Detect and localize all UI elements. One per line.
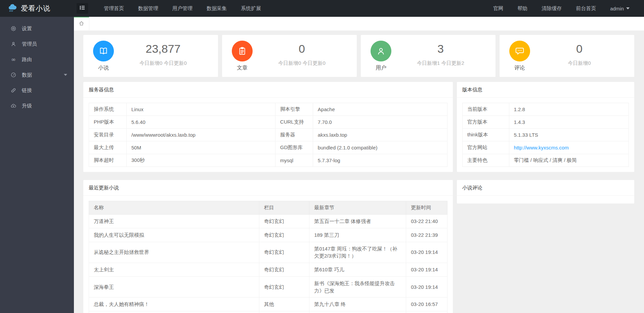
novel-category: 其他 <box>259 298 309 311</box>
table-row[interactable]: 我的人生可以无限模拟 奇幻玄幻 189 第三刀 03-22 21:39 <box>89 228 447 242</box>
stat-card-right: 0 今日新增0 今日更新0 <box>254 41 349 74</box>
novel-update-time: 03-20 16:57 <box>406 298 447 311</box>
table-row: 官方版本 1.4.3 <box>463 116 629 129</box>
nav-item-official-site[interactable]: 官网 <box>486 0 510 17</box>
table-row[interactable]: 成为男团制作人我爆红 其他 第735章 终2 03-20 16:57 <box>89 311 447 313</box>
table-row[interactable]: 总裁，夫人她有精神病！ 其他 第九十八章 终 03-20 16:57 <box>89 298 447 311</box>
info-value: /www/wwwroot/akxs.laxb.top <box>127 129 275 141</box>
sidebar-item-links[interactable]: 链接 <box>0 83 74 98</box>
sidebar-item-settings[interactable]: 设置 <box>0 21 74 36</box>
info-label: PHP版本 <box>89 116 127 129</box>
panel-title: 小说评论 <box>457 180 634 196</box>
server-info-table: 操作系统 Linux 脚本引擎 Apache PHP版本 5.6.40 CURL… <box>89 103 447 167</box>
recent-novels-panel: 最近更新小说 名称 栏目 最新章节 更新时间 <box>83 180 453 313</box>
nav-item-extend[interactable]: 系统扩展 <box>234 0 268 17</box>
official-website-link[interactable]: http://www.kyxscms.com <box>514 145 569 150</box>
table-row: 最大上传 50M GD图形库 bundled (2.1.0 compatible… <box>89 141 447 154</box>
clipboard-icon <box>232 41 253 61</box>
novel-name: 从诡秘之主开始拯救世界 <box>89 242 259 263</box>
info-label: mysql <box>275 154 313 167</box>
stat-card-value: 3 <box>437 42 444 56</box>
novel-name: 太上剑主 <box>89 263 259 277</box>
version-info-panel: 版本信息 当前版本 1.2.8 官方版本 <box>457 82 634 172</box>
username: admin <box>610 6 624 11</box>
stat-card-users[interactable]: 用户 3 今日新增1 今日更新2 <box>361 35 496 77</box>
stat-card-left: 文章 <box>230 41 254 74</box>
table-row: PHP版本 5.6.40 CURL支持 7.70.0 <box>89 116 447 129</box>
panel-title: 版本信息 <box>457 82 634 98</box>
tab-home[interactable] <box>74 17 89 31</box>
info-value: 零门槛 / 响应式 / 清爽 / 极简 <box>509 154 629 167</box>
info-value: 5.7.37-log <box>313 154 447 167</box>
table-row: 官方网站 http://www.kyxscms.com <box>463 141 629 154</box>
nav-item-clear-cache[interactable]: 清除缓存 <box>534 0 569 17</box>
novel-latest-chapter: 第610章 巧儿 <box>309 263 406 277</box>
home-icon <box>79 20 84 28</box>
user-icon <box>10 41 17 47</box>
nav-item-frontend-home[interactable]: 前台首页 <box>569 0 603 17</box>
info-label: 当前版本 <box>463 103 509 116</box>
stat-card-label: 用户 <box>376 64 386 72</box>
panel-title: 服务器信息 <box>83 82 453 98</box>
table-row: 操作系统 Linux 脚本引擎 Apache <box>89 103 447 116</box>
novel-category: 奇幻玄幻 <box>259 215 309 228</box>
info-label: 最大上传 <box>89 141 127 154</box>
admin-app: 爱看小说 管理首页 数据管理 用户管理 数据采集 系统扩展 官网 帮助 清除缓存 <box>0 0 644 313</box>
table-row[interactable]: 太上剑主 奇幻玄幻 第610章 巧儿 03-20 19:14 <box>89 263 447 277</box>
sidebar-item-data[interactable]: 数据 <box>0 67 74 83</box>
column-header: 更新时间 <box>406 201 447 215</box>
stat-card-articles[interactable]: 文章 0 今日新增0 今日更新0 <box>222 35 357 77</box>
sidebar-item-routes[interactable]: ∞ 路由 <box>0 52 74 67</box>
novel-category: 奇幻玄幻 <box>259 276 309 298</box>
brand[interactable]: 爱看小说 <box>0 0 74 17</box>
stat-card-value: 0 <box>299 42 305 56</box>
novel-name: 万道神王 <box>89 215 259 228</box>
main-menu: 管理首页 数据管理 用户管理 数据采集 系统扩展 <box>97 0 268 17</box>
table-row[interactable]: 深海拳王 奇幻玄幻 新书《深海炮王：我杀怪能提升攻击力》已发 03-20 19:… <box>89 276 447 298</box>
sidebar-item-admins[interactable]: 管理员 <box>0 36 74 52</box>
sidebar-item-label: 管理员 <box>22 41 37 47</box>
info-value: 7.70.0 <box>313 116 447 129</box>
info-label: 安装目录 <box>89 129 127 141</box>
novel-name: 成为男团制作人我爆红 <box>89 311 259 313</box>
novel-update-time: 03-20 19:14 <box>406 242 447 263</box>
nav-item-dashboard[interactable]: 管理首页 <box>97 0 131 17</box>
novel-category: 奇幻玄幻 <box>259 228 309 242</box>
book-icon <box>93 41 114 61</box>
stat-card-comments[interactable]: 评论 0 今日新增0 <box>500 35 634 77</box>
nav-item-collect[interactable]: 数据采集 <box>200 0 234 17</box>
shrink-menu-icon <box>80 5 85 12</box>
info-value: bundled (2.1.0 compatible) <box>313 141 447 154</box>
cloud-logo-icon <box>7 3 17 14</box>
version-info-table: 当前版本 1.2.8 官方版本 1.4.3 think版本 <box>462 103 629 167</box>
top-navbar: 爱看小说 管理首页 数据管理 用户管理 数据采集 系统扩展 官网 帮助 清除缓存 <box>0 0 644 17</box>
info-value: akxs.laxb.top <box>313 129 447 141</box>
link-chain-icon <box>10 87 17 94</box>
nav-item-data-manage[interactable]: 数据管理 <box>131 0 165 17</box>
tab-bar <box>74 17 644 31</box>
brand-title: 爱看小说 <box>21 4 50 13</box>
novel-latest-chapter: 新书《深海炮王：我杀怪能提升攻击力》已发 <box>309 276 406 298</box>
novel-latest-chapter: 第735章 终2 <box>309 311 406 313</box>
caret-down-icon <box>626 7 630 9</box>
sidebar-item-upgrade[interactable]: 升级 <box>0 98 74 114</box>
gear-icon <box>10 25 17 32</box>
nav-item-user-manage[interactable]: 用户管理 <box>165 0 200 17</box>
stat-card-right: 3 今日新增1 今日更新2 <box>393 41 488 74</box>
right-column: 版本信息 当前版本 1.2.8 官方版本 <box>457 82 634 212</box>
stat-card-subtext: 今日新增0 <box>568 60 591 66</box>
user-dropdown[interactable]: admin <box>603 0 637 17</box>
novel-category: 其他 <box>259 311 309 313</box>
stat-card-novels[interactable]: 小说 23,877 今日新增0 今日更新0 <box>83 35 218 77</box>
sidebar-collapse-button[interactable] <box>77 3 88 14</box>
table-row[interactable]: 从诡秘之主开始拯救世界 奇幻玄幻 第0147章 周珏：狗改不了吃屎！（补欠更2/… <box>89 242 447 263</box>
novel-latest-chapter: 第五百一十二章 体修强者 <box>309 215 406 228</box>
table-row: 安装目录 /www/wwwroot/akxs.laxb.top 服务器 akxs… <box>89 129 447 141</box>
server-info-panel: 服务器信息 操作系统 Linux 脚本引擎 Apache <box>83 82 453 172</box>
info-value: 5.6.40 <box>127 116 275 129</box>
table-row[interactable]: 万道神王 奇幻玄幻 第五百一十二章 体修强者 03-22 21:40 <box>89 215 447 228</box>
nav-item-help[interactable]: 帮助 <box>510 0 534 17</box>
info-value: http://www.kyxscms.com <box>509 141 629 154</box>
stat-card-label: 文章 <box>237 64 248 72</box>
table-row: think版本 5.1.33 LTS <box>463 129 629 141</box>
